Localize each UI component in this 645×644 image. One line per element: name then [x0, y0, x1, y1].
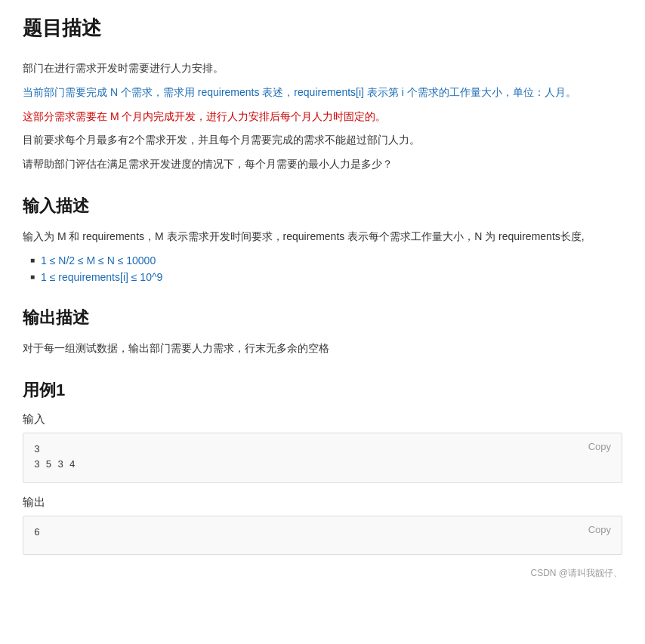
problem-para-2-text: 当前部门需要完成 N 个需求，需求用 requirements 表述，requi…	[23, 86, 576, 98]
example1-section: 用例1 输入 3 3 5 3 4 Copy 输出 6 Copy CSDN @请叫…	[23, 379, 622, 581]
input-code-block: 3 3 5 3 4 Copy	[23, 433, 622, 484]
input-desc-section: 输入描述 输入为 M 和 requirements，M 表示需求开发时间要求，r…	[23, 195, 622, 285]
constraint-2: 1 ≤ requirements[i] ≤ 10^9	[30, 269, 622, 285]
output-code-content: 6	[23, 516, 622, 554]
problem-para-3: 这部分需求需要在 M 个月内完成开发，进行人力安排后每个月人力时固定的。	[23, 108, 622, 126]
problem-para-3-text: 这部分需求需要在 M 个月内完成开发，进行人力安排后每个月人力时固定的。	[23, 110, 386, 122]
input-copy-button[interactable]: Copy	[584, 439, 616, 454]
input-constraints-list: 1 ≤ N/2 ≤ M ≤ N ≤ 10000 1 ≤ requirements…	[30, 252, 622, 285]
output-desc-text: 对于每一组测试数据，输出部门需要人力需求，行末无多余的空格	[23, 340, 622, 358]
watermark: CSDN @请叫我靓仔、	[23, 567, 622, 580]
output-desc-title: 输出描述	[23, 307, 622, 329]
constraint-1: 1 ≤ N/2 ≤ M ≤ N ≤ 10000	[30, 252, 622, 269]
output-desc-section: 输出描述 对于每一组测试数据，输出部门需要人力需求，行末无多余的空格	[23, 307, 622, 358]
problem-para-5: 请帮助部门评估在满足需求开发进度的情况下，每个月需要的最小人力是多少？	[23, 156, 622, 174]
input-code-content: 3 3 5 3 4	[23, 433, 622, 483]
input-desc-main: 输入为 M 和 requirements，M 表示需求开发时间要求，requir…	[23, 228, 622, 246]
output-copy-button[interactable]: Copy	[584, 522, 616, 537]
problem-para-4: 目前要求每个月最多有2个需求开发，并且每个月需要完成的需求不能超过部门人力。	[23, 131, 622, 149]
example1-title: 用例1	[23, 379, 622, 402]
problem-para-2: 当前部门需要完成 N 个需求，需求用 requirements 表述，requi…	[23, 84, 622, 102]
constraint-2-text: 1 ≤ requirements[i] ≤ 10^9	[41, 271, 162, 283]
problem-desc-title: 题目描述	[23, 15, 622, 48]
output-code-block: 6 Copy	[23, 516, 622, 555]
problem-desc-section: 题目描述 部门在进行需求开发时需要进行人力安排。 当前部门需要完成 N 个需求，…	[23, 15, 622, 174]
input-desc-title: 输入描述	[23, 195, 622, 217]
input-label: 输入	[23, 412, 622, 427]
output-label: 输出	[23, 495, 622, 510]
constraint-1-text: 1 ≤ N/2 ≤ M ≤ N ≤ 10000	[41, 254, 156, 267]
problem-para-1: 部门在进行需求开发时需要进行人力安排。	[23, 60, 622, 78]
